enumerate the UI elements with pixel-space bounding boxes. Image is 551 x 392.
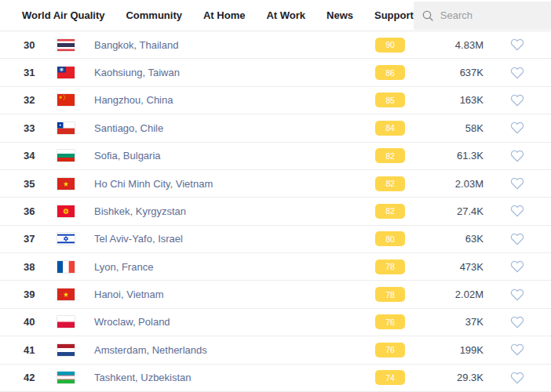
table-row[interactable]: 34 Sofia, Bulgaria 82 61.3K: [0, 143, 551, 170]
table-row[interactable]: 36 Bishkek, Kyrgyzstan 82 27.4K: [0, 198, 551, 225]
table-row[interactable]: 30 Bangkok, Thailand 90 4.83M: [0, 31, 551, 59]
rank-number: 34: [0, 150, 57, 162]
heart-icon: [510, 205, 524, 217]
followers-count: 63K: [405, 233, 483, 245]
taiwan-flag-icon: [57, 67, 75, 78]
heart-icon: [510, 289, 524, 301]
follow-button[interactable]: [483, 233, 551, 245]
follow-button[interactable]: [483, 289, 551, 301]
poland-flag-icon: [57, 316, 75, 328]
rank-number: 32: [0, 94, 57, 106]
aqi-value-badge: 82: [375, 148, 405, 163]
table-row[interactable]: 41 Amsterdam, Netherlands 76 199K: [0, 336, 551, 364]
city-link[interactable]: Sofia, Bulgaria: [94, 150, 375, 162]
table-row[interactable]: 39 Hanoi, Vietnam 78 2.02M: [0, 281, 551, 308]
followers-count: 61.3K: [405, 150, 483, 162]
aqi-badge-cell: 82: [375, 176, 405, 191]
city-link[interactable]: Amsterdam, Netherlands: [94, 344, 375, 356]
followers-count: 4.83M: [405, 39, 483, 51]
heart-icon: [510, 316, 524, 328]
followers-count: 2.03M: [405, 178, 483, 190]
netherlands-flag-icon: [57, 344, 75, 356]
heart-icon: [510, 67, 524, 79]
city-link[interactable]: Ho Chi Minh City, Vietnam: [94, 178, 375, 190]
search-box[interactable]: [414, 2, 551, 30]
aqi-badge-cell: 80: [375, 231, 405, 246]
aqi-badge-cell: 82: [375, 148, 405, 163]
bulgaria-flag-icon: [57, 150, 75, 162]
rank-number: 38: [0, 261, 57, 273]
table-row[interactable]: 31 Kaohsiung, Taiwan 86 637K: [0, 59, 551, 86]
aqi-value-badge: 74: [375, 370, 405, 385]
follow-button[interactable]: [483, 150, 551, 162]
aqi-badge-cell: 78: [375, 260, 405, 274]
city-link[interactable]: Santiago, Chile: [94, 122, 375, 134]
follow-button[interactable]: [483, 205, 551, 217]
city-link[interactable]: Hanoi, Vietnam: [94, 289, 375, 300]
aqi-value-badge: 90: [375, 38, 405, 53]
heart-icon: [510, 372, 524, 384]
city-link[interactable]: Bangkok, Thailand: [94, 39, 375, 51]
city-link[interactable]: Lyon, France: [94, 261, 375, 273]
nav-item-news[interactable]: News: [327, 9, 353, 21]
follow-button[interactable]: [483, 38, 551, 51]
vietnam-flag-icon: [57, 178, 75, 190]
aqi-badge-cell: 76: [375, 343, 405, 358]
city-link[interactable]: Wroclaw, Poland: [94, 316, 375, 328]
followers-count: 58K: [405, 122, 483, 134]
rank-number: 39: [0, 289, 57, 300]
aqi-badge-cell: 78: [375, 287, 405, 302]
follow-button[interactable]: [483, 372, 551, 384]
search-icon: [421, 9, 434, 22]
table-row[interactable]: 33 Santiago, Chile 84 58K: [0, 114, 551, 142]
nav-item-support[interactable]: Support: [374, 9, 414, 21]
city-link[interactable]: Kaohsiung, Taiwan: [94, 67, 375, 78]
follow-button[interactable]: [483, 122, 551, 134]
aqi-badge-cell: 76: [375, 314, 405, 329]
search-input[interactable]: [440, 9, 543, 21]
france-flag-icon: [57, 261, 75, 273]
city-link[interactable]: Hangzhou, China: [94, 94, 375, 106]
vietnam-flag-icon: [57, 289, 75, 300]
followers-count: 29.3K: [405, 372, 483, 383]
aqi-value-badge: 85: [375, 93, 405, 107]
city-link[interactable]: Tashkent, Uzbekistan: [94, 372, 375, 383]
rank-number: 30: [0, 39, 57, 51]
heart-icon: [510, 260, 524, 273]
city-link[interactable]: Bishkek, Kyrgyzstan: [94, 205, 375, 217]
follow-button[interactable]: [483, 177, 551, 190]
table-row[interactable]: 35 Ho Chi Minh City, Vietnam 82 2.03M: [0, 170, 551, 198]
table-row[interactable]: 40 Wroclaw, Poland 76 37K: [0, 309, 551, 336]
city-ranking-table: 30 Bangkok, Thailand 90 4.83M 31 Kaohsiu…: [0, 31, 551, 392]
followers-count: 27.4K: [405, 205, 483, 217]
follow-button[interactable]: [483, 316, 551, 328]
rank-number: 35: [0, 178, 57, 190]
heart-icon: [510, 150, 524, 162]
israel-flag-icon: [57, 233, 75, 245]
followers-count: 37K: [405, 316, 483, 328]
top-nav-bar: World Air Quality Community At Home At W…: [0, 0, 551, 31]
follow-button[interactable]: [483, 94, 551, 107]
aqi-badge-cell: 90: [375, 38, 405, 53]
table-row[interactable]: 32 Hangzhou, China 85 163K: [0, 87, 551, 114]
table-row[interactable]: 42 Tashkent, Uzbekistan 74 29.3K: [0, 365, 551, 392]
heart-icon: [510, 122, 524, 134]
follow-button[interactable]: [483, 260, 551, 273]
aqi-value-badge: 80: [375, 231, 405, 246]
heart-icon: [510, 38, 524, 51]
city-link[interactable]: Tel Aviv-Yafo, Israel: [94, 233, 375, 245]
follow-button[interactable]: [483, 67, 551, 79]
nav-item-world-air-quality[interactable]: World Air Quality: [22, 9, 104, 21]
table-row[interactable]: 38 Lyon, France 78 473K: [0, 253, 551, 281]
follow-button[interactable]: [483, 343, 551, 356]
nav-item-at-work[interactable]: At Work: [266, 9, 305, 21]
nav-item-at-home[interactable]: At Home: [203, 9, 245, 21]
main-nav: World Air Quality Community At Home At W…: [22, 9, 414, 21]
aqi-badge-cell: 74: [375, 370, 405, 385]
aqi-value-badge: 78: [375, 287, 405, 302]
rank-number: 31: [0, 67, 57, 78]
nav-item-community[interactable]: Community: [126, 9, 182, 21]
thailand-flag-icon: [57, 39, 75, 51]
table-row[interactable]: 37 Tel Aviv-Yafo, Israel 80 63K: [0, 226, 551, 253]
aqi-value-badge: 76: [375, 314, 405, 329]
